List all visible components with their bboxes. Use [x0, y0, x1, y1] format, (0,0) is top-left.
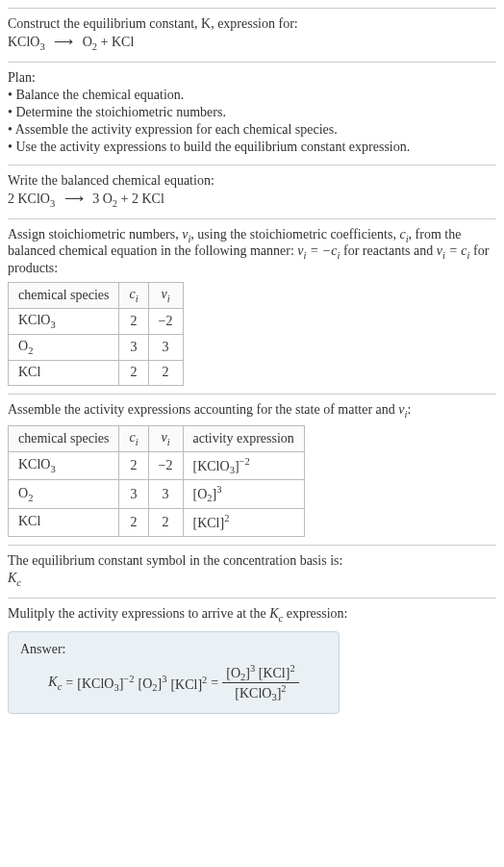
term: [KCl]2 — [170, 675, 207, 693]
table-row: O2 3 3 [O2]3 — [9, 480, 305, 508]
cell-c: 2 — [119, 508, 148, 536]
coef-species: 3 O2 — [92, 191, 117, 206]
balanced-heading: Write the balanced chemical equation: — [8, 173, 496, 189]
arrow-icon: ⟶ — [64, 191, 84, 206]
stoich-section: Assign stoichiometric numbers, νi, using… — [8, 218, 496, 395]
plan-bullet: • Determine the stoichiometric numbers. — [8, 105, 496, 120]
plan-section: Plan: • Balance the chemical equation. •… — [8, 62, 496, 165]
cell-nu: 2 — [148, 508, 183, 536]
col-activity: activity expression — [183, 426, 304, 452]
plus: + — [117, 191, 132, 206]
balanced-equation: 2 KClO3 ⟶ 3 O2 + 2 KCl — [8, 191, 496, 209]
answer-equation: Kc = [KClO3]−2 [O2]3 [KCl]2 = [O2]3 [KCl… — [20, 663, 327, 703]
col-c: ci — [119, 426, 148, 452]
cell-activity: [KCl]2 — [183, 508, 304, 536]
cell-nu: −2 — [148, 308, 183, 334]
table-row: O2 3 3 — [9, 334, 184, 360]
answer-label: Answer: — [20, 642, 327, 657]
equals: = — [65, 676, 73, 691]
plan-bullet: • Use the activity expressions to build … — [8, 140, 496, 155]
activity-table: chemical species ci νi activity expressi… — [8, 425, 305, 537]
fraction: [O2]3 [KCl]2 [KClO3]2 — [222, 663, 298, 703]
col-c: ci — [119, 283, 148, 309]
plan-heading: Plan: — [8, 70, 496, 86]
col-nu: νi — [148, 426, 183, 452]
table-row: KClO3 2 −2 [KClO3]−2 — [9, 451, 305, 479]
col-species: chemical species — [9, 426, 119, 452]
table-row: KCl 2 2 [KCl]2 — [9, 508, 305, 536]
cell-activity: [KClO3]−2 — [183, 451, 304, 479]
numerator: [O2]3 [KCl]2 — [222, 663, 298, 683]
symbol-text: The equilibrium constant symbol in the c… — [8, 553, 496, 569]
cell-species: O2 — [9, 334, 119, 360]
stoich-text: Assign stoichiometric numbers, νi, using… — [8, 227, 496, 277]
cell-nu: 3 — [148, 480, 183, 508]
stoich-table: chemical species ci νi KClO3 2 −2 O2 3 3… — [8, 282, 184, 386]
arrow-icon: ⟶ — [54, 35, 73, 49]
balanced-section: Write the balanced chemical equation: 2 … — [8, 165, 496, 218]
table-header-row: chemical species ci νi — [9, 283, 184, 309]
cell-species: KClO3 — [9, 308, 119, 334]
product2: KCl — [112, 35, 134, 49]
kc-symbol: Kc — [8, 571, 496, 588]
eq-reactant: νi = −ci — [297, 243, 340, 258]
eq-product: νi = ci — [437, 243, 470, 258]
cell-c: 2 — [119, 451, 148, 479]
activity-section: Assemble the activity expressions accoun… — [8, 394, 496, 545]
cell-nu: 2 — [148, 360, 183, 386]
cell-c: 2 — [119, 360, 148, 386]
intro-text: Construct the equilibrium constant, K, e… — [8, 16, 298, 31]
intro-prompt: Construct the equilibrium constant, K, e… — [8, 16, 496, 32]
table-row: KCl 2 2 — [9, 360, 184, 386]
kc-symbol: Kc — [269, 606, 283, 621]
symbol-section: The equilibrium constant symbol in the c… — [8, 545, 496, 598]
plan-bullet: • Assemble the activity expression for e… — [8, 122, 496, 138]
term: [KClO3]−2 — [77, 674, 134, 693]
cell-species: O2 — [9, 480, 119, 508]
col-nu: νi — [148, 283, 183, 309]
plus: + — [97, 35, 112, 49]
denominator: [KClO3]2 — [222, 683, 298, 702]
kc-symbol: Kc — [48, 675, 62, 692]
intro-section: Construct the equilibrium constant, K, e… — [8, 8, 496, 62]
equals: = — [211, 676, 218, 691]
intro-equation: KClO3 ⟶ O2 + KCl — [8, 34, 496, 52]
answer-box: Answer: Kc = [KClO3]−2 [O2]3 [KCl]2 = [O… — [8, 631, 340, 714]
table-row: KClO3 2 −2 — [9, 308, 184, 334]
table-header-row: chemical species ci νi activity expressi… — [9, 426, 305, 452]
cell-c: 3 — [119, 480, 148, 508]
coef-species: 2 KCl — [132, 191, 164, 206]
nu-symbol: νi — [182, 227, 190, 242]
multiply-text: Mulitply the activity expressions to arr… — [8, 606, 496, 624]
activity-text: Assemble the activity expressions accoun… — [8, 402, 496, 420]
cell-c: 2 — [119, 308, 148, 334]
coef-species: 2 KClO3 — [8, 191, 55, 206]
plan-bullet: • Balance the chemical equation. — [8, 88, 496, 103]
cell-activity: [O2]3 — [183, 480, 304, 508]
cell-species: KClO3 — [9, 451, 119, 479]
cell-c: 3 — [119, 334, 148, 360]
cell-species: KCl — [9, 508, 119, 536]
product1: O2 — [83, 35, 97, 49]
cell-nu: −2 — [148, 451, 183, 479]
c-symbol: ci — [399, 227, 408, 242]
cell-species: KCl — [9, 360, 119, 386]
reactant: KClO3 — [8, 35, 45, 49]
col-species: chemical species — [9, 283, 119, 309]
term: [O2]3 — [138, 674, 166, 693]
multiply-section: Mulitply the activity expressions to arr… — [8, 598, 496, 722]
cell-nu: 3 — [148, 334, 183, 360]
